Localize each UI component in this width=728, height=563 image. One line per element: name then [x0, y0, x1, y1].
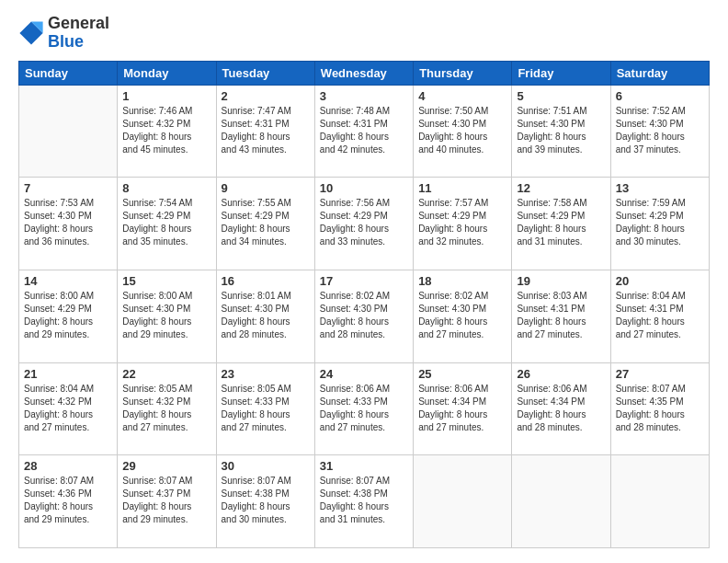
calendar-cell: 23Sunrise: 8:05 AM Sunset: 4:33 PM Dayli…	[216, 362, 314, 455]
day-info: Sunrise: 8:03 AM Sunset: 4:31 PM Dayligh…	[517, 290, 605, 341]
day-info: Sunrise: 8:04 AM Sunset: 4:31 PM Dayligh…	[616, 290, 704, 341]
calendar-cell: 27Sunrise: 8:07 AM Sunset: 4:35 PM Dayli…	[610, 362, 709, 455]
day-number: 27	[616, 367, 704, 381]
calendar-day-header: Sunday	[19, 61, 118, 85]
day-number: 12	[517, 181, 605, 195]
calendar-cell: 17Sunrise: 8:02 AM Sunset: 4:30 PM Dayli…	[314, 270, 413, 362]
calendar-week-row: 1Sunrise: 7:46 AM Sunset: 4:32 PM Daylig…	[19, 85, 710, 178]
calendar-cell: 10Sunrise: 7:56 AM Sunset: 4:29 PM Dayli…	[314, 178, 413, 270]
day-info: Sunrise: 8:07 AM Sunset: 4:37 PM Dayligh…	[122, 475, 210, 526]
day-info: Sunrise: 7:54 AM Sunset: 4:29 PM Dayligh…	[122, 197, 210, 248]
day-info: Sunrise: 7:50 AM Sunset: 4:30 PM Dayligh…	[418, 105, 506, 156]
day-number: 9	[222, 181, 310, 195]
day-number: 10	[320, 181, 408, 195]
calendar-cell: 20Sunrise: 8:04 AM Sunset: 4:31 PM Dayli…	[610, 270, 709, 362]
day-number: 6	[616, 89, 704, 103]
calendar-cell	[610, 455, 709, 548]
day-number: 18	[418, 274, 506, 288]
day-number: 23	[222, 367, 310, 381]
calendar-cell: 13Sunrise: 7:59 AM Sunset: 4:29 PM Dayli…	[610, 178, 709, 270]
calendar-cell: 16Sunrise: 8:01 AM Sunset: 4:30 PM Dayli…	[216, 270, 314, 362]
calendar-cell: 6Sunrise: 7:52 AM Sunset: 4:30 PM Daylig…	[610, 85, 709, 178]
logo: General Blue	[18, 15, 109, 52]
day-number: 1	[122, 89, 210, 103]
calendar-week-row: 14Sunrise: 8:00 AM Sunset: 4:29 PM Dayli…	[19, 270, 710, 362]
day-info: Sunrise: 8:00 AM Sunset: 4:29 PM Dayligh…	[24, 290, 112, 341]
calendar-cell: 30Sunrise: 8:07 AM Sunset: 4:38 PM Dayli…	[216, 455, 314, 548]
calendar-day-header: Wednesday	[314, 61, 413, 85]
day-info: Sunrise: 7:55 AM Sunset: 4:29 PM Dayligh…	[222, 197, 310, 248]
calendar-day-header: Friday	[512, 61, 610, 85]
calendar-header-row: SundayMondayTuesdayWednesdayThursdayFrid…	[19, 61, 710, 85]
calendar-cell: 22Sunrise: 8:05 AM Sunset: 4:32 PM Dayli…	[118, 362, 216, 455]
day-number: 24	[320, 367, 408, 381]
day-info: Sunrise: 8:05 AM Sunset: 4:32 PM Dayligh…	[122, 383, 210, 434]
day-number: 26	[517, 367, 605, 381]
day-number: 30	[222, 459, 310, 473]
header: General Blue	[18, 15, 710, 52]
day-info: Sunrise: 8:06 AM Sunset: 4:33 PM Dayligh…	[320, 383, 408, 434]
calendar-cell: 18Sunrise: 8:02 AM Sunset: 4:30 PM Dayli…	[414, 270, 512, 362]
day-number: 13	[616, 181, 704, 195]
day-number: 4	[418, 89, 506, 103]
calendar-cell: 8Sunrise: 7:54 AM Sunset: 4:29 PM Daylig…	[118, 178, 216, 270]
calendar-week-row: 28Sunrise: 8:07 AM Sunset: 4:36 PM Dayli…	[19, 455, 710, 548]
day-info: Sunrise: 8:02 AM Sunset: 4:30 PM Dayligh…	[418, 290, 506, 341]
day-number: 31	[320, 459, 408, 473]
calendar-week-row: 7Sunrise: 7:53 AM Sunset: 4:30 PM Daylig…	[19, 178, 710, 270]
day-info: Sunrise: 8:00 AM Sunset: 4:30 PM Dayligh…	[122, 290, 210, 341]
calendar-cell: 15Sunrise: 8:00 AM Sunset: 4:30 PM Dayli…	[118, 270, 216, 362]
calendar-cell: 9Sunrise: 7:55 AM Sunset: 4:29 PM Daylig…	[216, 178, 314, 270]
day-info: Sunrise: 7:58 AM Sunset: 4:29 PM Dayligh…	[517, 197, 605, 248]
day-number: 5	[517, 89, 605, 103]
day-info: Sunrise: 7:47 AM Sunset: 4:31 PM Dayligh…	[222, 105, 310, 156]
calendar-table: SundayMondayTuesdayWednesdayThursdayFrid…	[18, 61, 710, 548]
calendar-cell: 1Sunrise: 7:46 AM Sunset: 4:32 PM Daylig…	[118, 85, 216, 178]
calendar-cell	[19, 85, 118, 178]
day-number: 29	[122, 459, 210, 473]
calendar-cell: 7Sunrise: 7:53 AM Sunset: 4:30 PM Daylig…	[19, 178, 118, 270]
calendar-week-row: 21Sunrise: 8:04 AM Sunset: 4:32 PM Dayli…	[19, 362, 710, 455]
calendar-cell: 2Sunrise: 7:47 AM Sunset: 4:31 PM Daylig…	[216, 85, 314, 178]
day-number: 28	[24, 459, 112, 473]
calendar-cell	[512, 455, 610, 548]
day-number: 11	[418, 181, 506, 195]
day-info: Sunrise: 7:48 AM Sunset: 4:31 PM Dayligh…	[320, 105, 408, 156]
day-number: 8	[122, 181, 210, 195]
calendar-cell: 26Sunrise: 8:06 AM Sunset: 4:34 PM Dayli…	[512, 362, 610, 455]
calendar-cell: 5Sunrise: 7:51 AM Sunset: 4:30 PM Daylig…	[512, 85, 610, 178]
calendar-cell: 14Sunrise: 8:00 AM Sunset: 4:29 PM Dayli…	[19, 270, 118, 362]
calendar-day-header: Saturday	[610, 61, 709, 85]
day-number: 3	[320, 89, 408, 103]
day-number: 7	[24, 181, 112, 195]
calendar-cell: 24Sunrise: 8:06 AM Sunset: 4:33 PM Dayli…	[314, 362, 413, 455]
day-number: 16	[222, 274, 310, 288]
calendar-cell: 21Sunrise: 8:04 AM Sunset: 4:32 PM Dayli…	[19, 362, 118, 455]
day-number: 17	[320, 274, 408, 288]
day-info: Sunrise: 8:07 AM Sunset: 4:36 PM Dayligh…	[24, 475, 112, 526]
day-number: 19	[517, 274, 605, 288]
logo-text-general: General	[48, 15, 109, 33]
day-number: 22	[122, 367, 210, 381]
day-info: Sunrise: 8:01 AM Sunset: 4:30 PM Dayligh…	[222, 290, 310, 341]
calendar-cell: 19Sunrise: 8:03 AM Sunset: 4:31 PM Dayli…	[512, 270, 610, 362]
calendar-cell: 12Sunrise: 7:58 AM Sunset: 4:29 PM Dayli…	[512, 178, 610, 270]
day-info: Sunrise: 7:56 AM Sunset: 4:29 PM Dayligh…	[320, 197, 408, 248]
calendar-day-header: Thursday	[414, 61, 512, 85]
calendar-cell: 31Sunrise: 8:07 AM Sunset: 4:38 PM Dayli…	[314, 455, 413, 548]
day-info: Sunrise: 8:06 AM Sunset: 4:34 PM Dayligh…	[517, 383, 605, 434]
day-info: Sunrise: 8:05 AM Sunset: 4:33 PM Dayligh…	[222, 383, 310, 434]
logo-text-blue: Blue	[48, 33, 109, 52]
day-info: Sunrise: 7:57 AM Sunset: 4:29 PM Dayligh…	[418, 197, 506, 248]
calendar-day-header: Tuesday	[216, 61, 314, 85]
day-info: Sunrise: 7:51 AM Sunset: 4:30 PM Dayligh…	[517, 105, 605, 156]
day-number: 21	[24, 367, 112, 381]
calendar-cell: 25Sunrise: 8:06 AM Sunset: 4:34 PM Dayli…	[414, 362, 512, 455]
day-info: Sunrise: 8:07 AM Sunset: 4:38 PM Dayligh…	[320, 475, 408, 526]
day-info: Sunrise: 8:04 AM Sunset: 4:32 PM Dayligh…	[24, 383, 112, 434]
day-info: Sunrise: 7:46 AM Sunset: 4:32 PM Dayligh…	[122, 105, 210, 156]
day-number: 20	[616, 274, 704, 288]
calendar-day-header: Monday	[118, 61, 216, 85]
calendar-cell: 28Sunrise: 8:07 AM Sunset: 4:36 PM Dayli…	[19, 455, 118, 548]
day-number: 14	[24, 274, 112, 288]
